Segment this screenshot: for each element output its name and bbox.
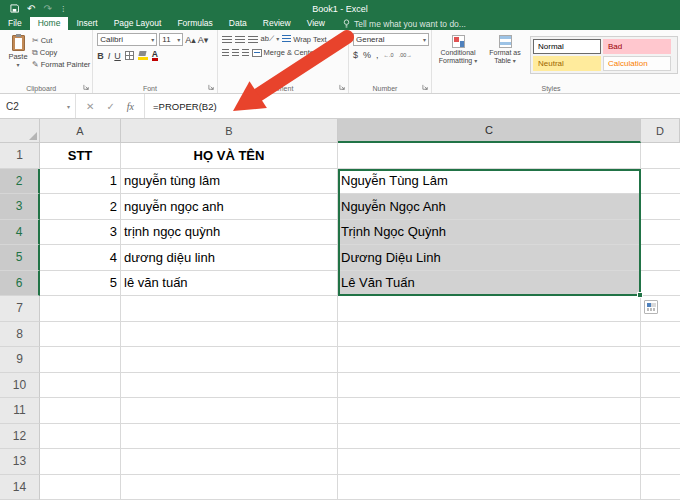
cell-B14[interactable] [121, 475, 338, 500]
cell-B6[interactable]: lê văn tuấn [121, 271, 338, 297]
accounting-format-button[interactable]: $ [353, 50, 358, 60]
cancel-formula-icon[interactable]: ✕ [86, 101, 94, 112]
italic-button[interactable]: I [108, 51, 111, 61]
cell-A7[interactable] [40, 296, 121, 322]
cell-D11[interactable] [641, 398, 680, 424]
increase-decimal-button[interactable]: ←.0 [384, 53, 394, 58]
align-center-icon[interactable] [232, 49, 239, 56]
shrink-font-button[interactable]: A▾ [198, 35, 209, 45]
cell-B10[interactable] [121, 373, 338, 399]
cell-C12[interactable] [338, 424, 641, 450]
cell-B3[interactable]: nguyễn ngọc anh [121, 194, 338, 220]
style-calculation[interactable]: Calculation [603, 56, 671, 71]
font-size-select[interactable]: 11 ▾ [159, 33, 183, 46]
cell-C6[interactable]: Lê Văn Tuấn [338, 271, 641, 297]
tab-formulas[interactable]: Formulas [169, 17, 220, 30]
cell-C11[interactable] [338, 398, 641, 424]
name-box-caret-icon[interactable]: ▾ [62, 94, 76, 118]
format-painter-button[interactable]: ✎ Format Painter [32, 60, 90, 70]
column-header-D[interactable]: D [641, 119, 680, 143]
row-header-12[interactable]: 12 [0, 424, 40, 450]
font-dialog-launcher[interactable] [208, 84, 215, 91]
tab-file[interactable]: File [0, 17, 30, 30]
row-header-3[interactable]: 3 [0, 194, 40, 220]
format-as-table-button[interactable]: Format as Table ▾ [483, 33, 527, 81]
cell-A1[interactable]: STT [40, 143, 121, 169]
row-header-9[interactable]: 9 [0, 347, 40, 373]
cell-D10[interactable] [641, 373, 680, 399]
cell-D8[interactable] [641, 322, 680, 348]
tab-data[interactable]: Data [221, 17, 255, 30]
cell-D6[interactable] [641, 271, 680, 297]
quick-analysis-button[interactable] [644, 300, 658, 314]
cell-C10[interactable] [338, 373, 641, 399]
row-header-10[interactable]: 10 [0, 373, 40, 399]
underline-button[interactable]: U [114, 51, 121, 61]
wrap-text-button[interactable]: Wrap Text [282, 35, 327, 44]
cell-A2[interactable]: 1 [40, 169, 121, 195]
row-header-11[interactable]: 11 [0, 398, 40, 424]
borders-icon[interactable] [125, 51, 134, 60]
number-format-select[interactable]: General ▾ [353, 33, 429, 46]
cell-A9[interactable] [40, 347, 121, 373]
cell-D9[interactable] [641, 347, 680, 373]
grow-font-button[interactable]: A▴ [185, 35, 196, 45]
row-header-13[interactable]: 13 [0, 449, 40, 475]
cell-C5[interactable]: Dương Diệu Linh [338, 245, 641, 271]
tell-me-box[interactable]: Tell me what you want to do... [333, 17, 466, 30]
cell-C13[interactable] [338, 449, 641, 475]
cell-B7[interactable] [121, 296, 338, 322]
copy-button[interactable]: ⧉ Copy [32, 48, 90, 58]
align-right-icon[interactable] [242, 49, 249, 56]
cell-A6[interactable]: 5 [40, 271, 121, 297]
insert-function-icon[interactable]: fx [127, 101, 134, 112]
formula-input[interactable]: =PROPER(B2) [145, 94, 217, 118]
cell-B2[interactable]: nguyễn tùng lâm [121, 169, 338, 195]
cell-A5[interactable]: 4 [40, 245, 121, 271]
cell-D3[interactable] [641, 194, 680, 220]
cell-A3[interactable]: 2 [40, 194, 121, 220]
select-all-button[interactable] [0, 119, 40, 143]
cell-B8[interactable] [121, 322, 338, 348]
row-header-2[interactable]: 2 [0, 169, 40, 195]
cell-A12[interactable] [40, 424, 121, 450]
enter-formula-icon[interactable]: ✓ [106, 101, 114, 112]
column-header-C[interactable]: C [338, 119, 641, 143]
name-box[interactable]: C2 [0, 94, 62, 118]
row-header-14[interactable]: 14 [0, 475, 40, 500]
cell-D2[interactable] [641, 169, 680, 195]
cell-B12[interactable] [121, 424, 338, 450]
row-header-1[interactable]: 1 [0, 143, 40, 169]
cell-C4[interactable]: Trịnh Ngọc Quỳnh [338, 220, 641, 246]
number-dialog-launcher[interactable] [422, 84, 429, 91]
cell-B1[interactable]: HỌ VÀ TÊN [121, 143, 338, 169]
cell-A11[interactable] [40, 398, 121, 424]
cut-button[interactable]: ✂ Cut [32, 36, 90, 46]
cell-D5[interactable] [641, 245, 680, 271]
cell-B11[interactable] [121, 398, 338, 424]
style-neutral[interactable]: Neutral [533, 56, 601, 71]
paste-button[interactable]: Paste ▾ [4, 33, 32, 81]
cell-B5[interactable]: dương diệu linh [121, 245, 338, 271]
row-header-6[interactable]: 6 [0, 271, 40, 297]
merge-center-button[interactable]: Merge & Center ▾ [252, 48, 322, 57]
tab-insert[interactable]: Insert [68, 17, 105, 30]
cell-D13[interactable] [641, 449, 680, 475]
cell-A8[interactable] [40, 322, 121, 348]
row-header-5[interactable]: 5 [0, 245, 40, 271]
cell-D1[interactable] [641, 143, 680, 169]
align-left-icon[interactable] [222, 49, 229, 56]
font-color-icon[interactable]: A [152, 50, 158, 61]
cell-C7[interactable] [338, 296, 641, 322]
cell-C3[interactable]: Nguyễn Ngọc Anh [338, 194, 641, 220]
tab-view[interactable]: View [299, 17, 333, 30]
cell-D12[interactable] [641, 424, 680, 450]
align-middle-icon[interactable] [235, 36, 245, 43]
cell-C14[interactable] [338, 475, 641, 500]
cell-C8[interactable] [338, 322, 641, 348]
fill-color-icon[interactable] [138, 51, 148, 60]
cell-A10[interactable] [40, 373, 121, 399]
comma-style-button[interactable]: , [376, 50, 379, 60]
fill-handle[interactable] [637, 292, 643, 298]
cell-C2[interactable]: Nguyễn Tùng Lâm [338, 169, 641, 195]
